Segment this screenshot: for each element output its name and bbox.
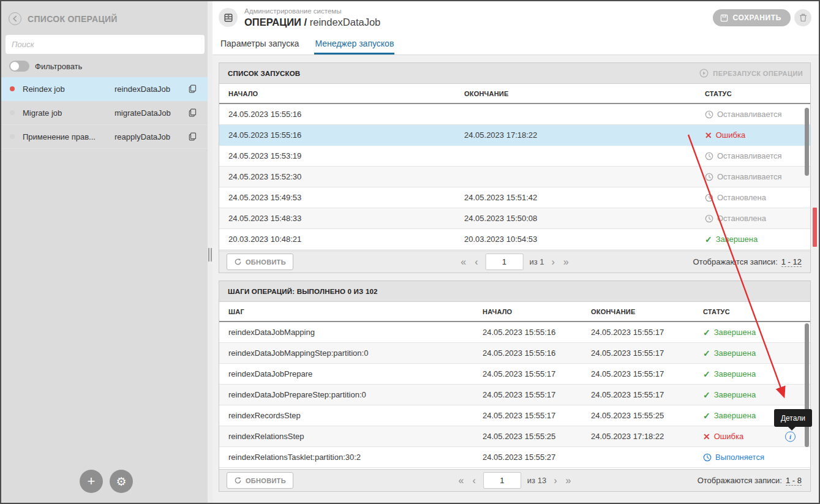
refresh-steps-button[interactable]: ОБНОВИТЬ	[227, 472, 293, 489]
trash-icon	[799, 13, 807, 22]
runs-table-row[interactable]: 24.05.2023 15:52:30Останавливается	[219, 167, 810, 187]
steps-records-label: Отображаются записи:	[698, 476, 782, 485]
save-button[interactable]: СОХРАНИТЬ	[713, 9, 791, 26]
prev-page-icon[interactable]: ‹	[473, 257, 479, 267]
status-cell: ✓Завершена	[696, 235, 810, 244]
refresh-runs-button[interactable]: ОБНОВИТЬ	[227, 254, 293, 270]
sidebar-actions: + ⚙	[80, 470, 133, 493]
step-name-cell: reindexRecordsStep	[219, 411, 473, 420]
steps-panel: ШАГИ ОПЕРАЦИЙ: ВЫПОЛНЕНО 0 ИЗ 102 ШАГ НА…	[219, 280, 811, 492]
prev-page-icon[interactable]: ‹	[472, 476, 477, 486]
filter-toggle[interactable]	[9, 61, 29, 72]
status-check-icon: ✓	[703, 391, 710, 399]
sidebar-splitter	[208, 1, 213, 503]
first-page-icon[interactable]: «	[459, 257, 467, 267]
copy-icon[interactable]	[189, 132, 197, 141]
status-cell: ✓Завершена	[694, 348, 810, 358]
steps-table-row[interactable]: reindexRelationsTasklet:partition:30:224…	[219, 447, 810, 468]
splitter-handle-icon[interactable]	[208, 248, 212, 261]
steps-table-row[interactable]: reindexDataJobPrepareStep:partition:024.…	[219, 385, 810, 405]
status-cell: Остановлена	[696, 214, 810, 223]
column-header-end: ОКОНЧАНИЕ	[582, 302, 694, 321]
steps-table-row[interactable]: reindexRelationsStep24.05.2023 15:55:252…	[219, 426, 810, 447]
first-page-icon[interactable]: «	[457, 476, 465, 486]
collapse-sidebar-icon[interactable]	[9, 12, 21, 25]
steps-records-range[interactable]: 1 - 8	[786, 476, 802, 486]
copy-icon[interactable]	[189, 85, 197, 93]
scroll-position-marker	[813, 208, 817, 247]
step-start-cell: 24.05.2023 15:55:17	[473, 369, 582, 378]
step-start-cell: 24.05.2023 15:55:17	[473, 390, 582, 399]
status-label: Остановлена	[717, 193, 766, 202]
tab-run-manager[interactable]: Менеджер запусков	[314, 35, 394, 55]
runs-table-header: НАЧАЛО ОКОНЧАНИЕ СТАТУС	[219, 84, 810, 104]
step-start-cell: 24.05.2023 15:55:25	[473, 432, 582, 441]
column-header-status: СТАТУС	[696, 84, 810, 103]
step-name-cell: reindexDataJobMapping	[219, 328, 473, 337]
run-start-cell: 24.05.2023 15:48:33	[219, 214, 455, 223]
operation-code: reindexDataJob	[115, 85, 189, 94]
settings-button[interactable]: ⚙	[110, 470, 133, 493]
copy-icon[interactable]	[189, 108, 197, 117]
status-cell: Остановлена	[696, 193, 810, 202]
run-start-cell: 24.05.2023 15:53:19	[219, 151, 455, 160]
run-start-cell: 24.05.2023 15:55:16	[219, 130, 455, 140]
tab-launch-parameters[interactable]: Параметры запуска	[220, 35, 299, 55]
status-cross-icon: ✕	[703, 432, 710, 441]
restart-operation-label: ПЕРЕЗАПУСК ОПЕРАЦИИ	[713, 70, 803, 77]
status-cross-icon: ✕	[705, 131, 712, 140]
delete-button[interactable]	[794, 9, 811, 26]
operation-code: reapplyDataJob	[115, 132, 189, 141]
runs-page-controls: « ‹ из 1 › »	[459, 254, 570, 270]
next-page-icon[interactable]: ›	[552, 476, 558, 486]
run-end-cell: 24.05.2023 15:51:42	[455, 193, 696, 202]
sidebar-item-migrateDataJob[interactable]: Migrate jobmigrateDataJob	[1, 101, 208, 125]
steps-table-row[interactable]: reindexDataJobMappingStep:partition:024.…	[219, 343, 810, 364]
sidebar-item-reapplyDataJob[interactable]: Применение прав...reapplyDataJob	[1, 125, 208, 149]
steps-scrollbar[interactable]	[805, 323, 809, 447]
runs-panel-header: СПИСОК ЗАПУСКОВ ПЕРЕЗАПУСК ОПЕРАЦИИ	[219, 63, 810, 84]
runs-records-info: Отображаются записи: 1 - 12	[693, 257, 802, 267]
filter-toggle-row: Фильтровать	[1, 54, 208, 77]
page-header: Администрирование системы ОПЕРАЦИИ / rei…	[213, 1, 819, 35]
page-title-operation: reindexDataJob	[310, 17, 381, 28]
runs-table-row[interactable]: 24.05.2023 15:53:19Останавливается	[219, 146, 810, 167]
last-page-icon[interactable]: »	[562, 257, 570, 267]
steps-pagination: ОБНОВИТЬ « ‹ из 13 › » Отображаются запи…	[219, 469, 810, 491]
step-name-cell: reindexRelationsTasklet:partition:30:2	[219, 453, 473, 462]
steps-table-row[interactable]: reindexDataJobPrepare24.05.2023 15:55:17…	[219, 364, 810, 385]
restart-operation-button[interactable]: ПЕРЕЗАПУСК ОПЕРАЦИИ	[699, 69, 803, 78]
run-start-cell: 24.05.2023 15:49:53	[219, 193, 455, 202]
steps-table-row[interactable]: reindexDataJobMapping24.05.2023 15:55:16…	[219, 322, 810, 343]
status-cell: ✓Завершена	[694, 369, 810, 378]
search-input[interactable]	[6, 35, 205, 54]
runs-panel-title: СПИСОК ЗАПУСКОВ	[228, 70, 300, 77]
step-name-cell: reindexRelationsStep	[219, 432, 473, 441]
next-page-icon[interactable]: ›	[551, 257, 556, 267]
step-start-cell: 24.05.2023 15:55:16	[473, 328, 582, 337]
run-end-cell: 20.03.2023 10:54:53	[455, 235, 696, 244]
last-page-icon[interactable]: »	[564, 476, 572, 486]
add-operation-button[interactable]: +	[80, 470, 103, 493]
steps-page-input[interactable]	[483, 472, 521, 489]
runs-table-row[interactable]: 24.05.2023 15:55:16Останавливается	[219, 104, 810, 125]
runs-scrollbar[interactable]	[805, 108, 809, 176]
steps-page-total: из 13	[527, 476, 546, 485]
status-label: Останавливается	[717, 151, 782, 160]
step-end-cell: 24.05.2023 15:55:17	[582, 390, 694, 399]
status-label: Ошибка	[714, 432, 743, 441]
runs-table-row[interactable]: 20.03.2023 10:48:2120.03.2023 10:54:53✓З…	[219, 229, 810, 250]
step-end-cell: 24.05.2023 15:55:17	[582, 369, 694, 378]
runs-page-input[interactable]	[485, 254, 523, 270]
runs-records-range[interactable]: 1 - 12	[781, 257, 802, 267]
run-end-cell: 24.05.2023 15:50:08	[455, 214, 696, 223]
runs-table-row[interactable]: 24.05.2023 15:55:1624.05.2023 17:18:22✕О…	[219, 125, 810, 146]
sidebar-item-reindexDataJob[interactable]: Reindex jobreindexDataJob	[1, 77, 208, 101]
runs-table-row[interactable]: 24.05.2023 15:49:5324.05.2023 15:51:42Ос…	[219, 187, 810, 208]
refresh-icon	[234, 258, 242, 266]
steps-table-header: ШАГ НАЧАЛО ОКОНЧАНИЕ СТАТУС	[219, 302, 810, 322]
status-label: Завершена	[714, 411, 756, 420]
runs-table-row[interactable]: 24.05.2023 15:48:3324.05.2023 15:50:08Ос…	[219, 208, 810, 229]
steps-table-row[interactable]: reindexRecordsStep24.05.2023 15:55:1724.…	[219, 405, 810, 426]
operation-name: Migrate job	[23, 108, 115, 118]
